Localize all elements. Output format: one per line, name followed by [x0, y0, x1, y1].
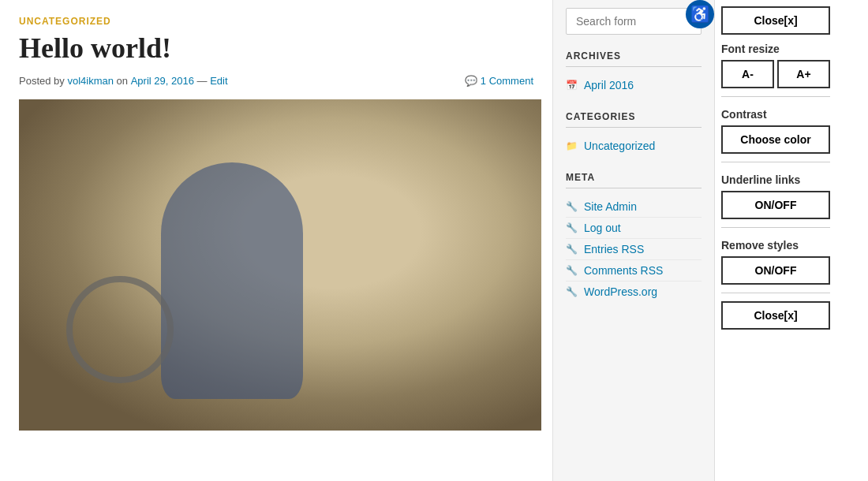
author-link[interactable]: vol4ikman: [67, 75, 114, 87]
meta-title: META: [566, 172, 702, 188]
comments-rss-link[interactable]: Comments RSS: [584, 264, 663, 277]
font-decrease-button[interactable]: A-: [721, 60, 774, 88]
underline-toggle-button[interactable]: ON/OFF: [721, 191, 830, 219]
edit-link[interactable]: Edit: [210, 75, 227, 87]
comment-icon: 💬: [465, 75, 477, 87]
archive-link[interactable]: April 2016: [584, 79, 634, 91]
category-label: UNCATEGORIZED: [19, 16, 533, 27]
date-link[interactable]: April 29, 2016: [131, 75, 194, 87]
category-link[interactable]: Uncategorized: [584, 140, 655, 152]
accessibility-panel: Close[x] Font resize A- A+ Contrast Choo…: [714, 0, 836, 481]
wrench-icon-4: 🔧: [566, 265, 578, 276]
choose-color-button[interactable]: Choose color: [721, 125, 830, 154]
contrast-label: Contrast: [721, 108, 830, 121]
remove-styles-toggle-button[interactable]: ON/OFF: [721, 256, 830, 285]
categories-section: CATEGORIES 📁 Uncategorized: [566, 111, 702, 156]
archive-item[interactable]: 📅 April 2016: [566, 75, 702, 95]
underline-links-label: Underline links: [721, 173, 830, 186]
site-admin-link[interactable]: Site Admin: [584, 200, 637, 213]
font-increase-button[interactable]: A+: [777, 60, 830, 88]
wrench-icon-3: 🔧: [566, 244, 578, 255]
font-resize-label: Font resize: [721, 43, 830, 55]
wordpress-org-item[interactable]: 🔧 WordPress.org: [566, 282, 702, 302]
wrench-icon-1: 🔧: [566, 201, 578, 212]
comments-rss-item[interactable]: 🔧 Comments RSS: [566, 260, 702, 282]
on-text: on: [117, 75, 128, 87]
close-bottom-button[interactable]: Close[x]: [721, 301, 830, 330]
category-item[interactable]: 📁 Uncategorized: [566, 136, 702, 156]
comment-count-link[interactable]: 1 Comment: [481, 75, 533, 87]
archives-section: ARCHIVES 📅 April 2016: [566, 50, 702, 95]
logout-link[interactable]: Log out: [584, 222, 621, 234]
folder-icon: 📁: [566, 140, 578, 151]
post-image: [19, 99, 541, 431]
wrench-icon-2: 🔧: [566, 222, 578, 233]
calendar-icon: 📅: [566, 80, 578, 91]
wordpress-org-link[interactable]: WordPress.org: [584, 285, 657, 298]
accessibility-icon[interactable]: ♿: [686, 0, 714, 28]
entries-rss-item[interactable]: 🔧 Entries RSS: [566, 239, 702, 260]
close-top-button[interactable]: Close[x]: [721, 6, 830, 35]
categories-title: CATEGORIES: [566, 111, 702, 128]
person-icon: ♿: [690, 5, 710, 24]
logout-item[interactable]: 🔧 Log out: [566, 218, 702, 239]
remove-styles-label: Remove styles: [721, 239, 830, 252]
archives-title: ARCHIVES: [566, 50, 702, 67]
site-admin-item[interactable]: 🔧 Site Admin: [566, 196, 702, 218]
post-title: Hello world!: [19, 32, 533, 65]
entries-rss-link[interactable]: Entries RSS: [584, 243, 644, 255]
wrench-icon-5: 🔧: [566, 286, 578, 297]
search-input[interactable]: [566, 8, 702, 35]
separator: —: [197, 75, 208, 87]
meta-section: META 🔧 Site Admin 🔧 Log out 🔧 Entries RS…: [566, 172, 702, 302]
posted-by-text: Posted by: [19, 75, 65, 87]
